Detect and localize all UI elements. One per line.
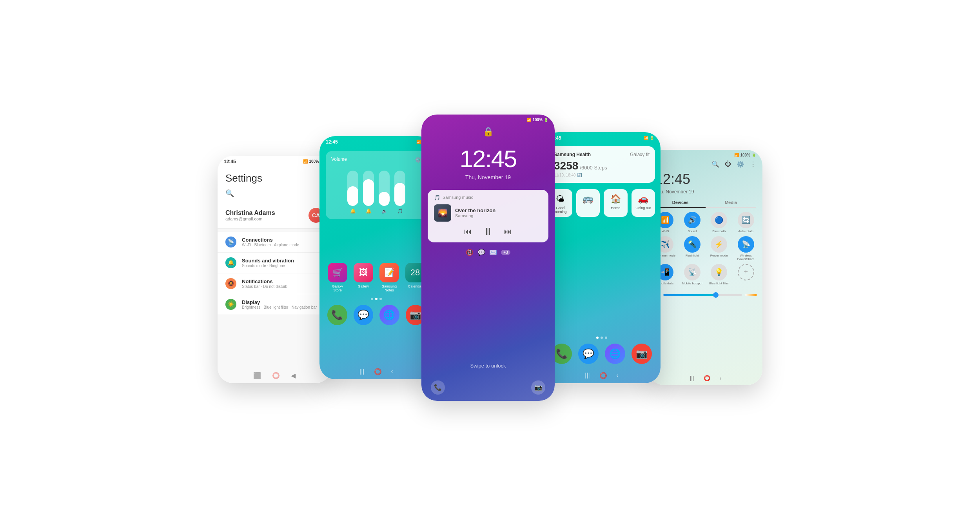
lock-time: 12:45 — [459, 145, 516, 173]
galaxy-store-icon: 🛒 — [328, 263, 347, 282]
health-timestamp: 11/19, 18:40 🔄 — [554, 173, 650, 177]
nav-recent-icon-2[interactable]: ||| — [359, 368, 364, 375]
camera-shortcut-button[interactable]: 📷 — [531, 380, 545, 395]
email-notif-icon: ✉️ — [489, 249, 497, 256]
phone-volume: 12:45 📶 🔋 Volume ⚙️ 🔔 — [319, 136, 433, 379]
bixby-going-out[interactable]: 🚗 Going out — [632, 189, 655, 217]
profile-name: Christina Adams — [225, 209, 309, 217]
settings-item-sounds[interactable]: 🔔 Sounds and vibration Sounds mode · Rin… — [218, 253, 331, 273]
wireless-share-icon: 📡 — [738, 236, 754, 253]
notifications-icon: 🔕 — [225, 278, 236, 289]
home-label: Home — [611, 206, 620, 210]
dot-2 — [375, 298, 377, 300]
health-dock-camera[interactable]: 📷 — [632, 344, 652, 364]
status-bar-1: 12:45 📶 100% 🔋 — [218, 156, 331, 166]
nav-recent-4[interactable]: ||| — [585, 372, 590, 379]
qs-autorotate[interactable]: 🔄 Auto rotate — [734, 212, 758, 233]
dock-internet-icon[interactable]: 🌐 — [379, 305, 399, 325]
going-out-label: Going out — [635, 206, 651, 210]
qs-add[interactable]: + — [734, 264, 758, 285]
nav-back-5[interactable]: ‹ — [720, 375, 722, 381]
qs-top-icons: 🔍 ⏻ ⚙️ ⋮ — [649, 159, 762, 169]
nav-home-icon[interactable]: ⭕ — [272, 372, 280, 379]
gallery-label: Gallery — [358, 284, 369, 288]
nav-recent-icon[interactable]: ◀ — [291, 372, 296, 379]
nav-back-icon[interactable]: ⬛ — [253, 372, 261, 379]
more-icon-qs[interactable]: ⋮ — [750, 160, 756, 168]
pause-button[interactable]: ⏸ — [483, 226, 493, 238]
tab-devices[interactable]: Devices — [655, 198, 706, 208]
nav-bar-5: ||| ⭕ ‹ — [649, 371, 762, 385]
phone-settings: 12:45 📶 100% 🔋 Settings 🔍 Christina Adam… — [218, 156, 331, 383]
app-gallery[interactable]: 🖼 Gallery — [353, 263, 374, 292]
dock-msg-icon[interactable]: 💬 — [354, 305, 374, 325]
next-button[interactable]: ⏭ — [504, 227, 512, 236]
brightness-row: 🔆 — [649, 291, 762, 299]
sounds-title: Sounds and vibration — [242, 258, 323, 264]
volume-screen: 12:45 📶 🔋 Volume ⚙️ 🔔 — [319, 136, 433, 379]
settings-profile[interactable]: Christina Adams adams@gmail.com CA — [218, 202, 331, 229]
settings-item-notifications[interactable]: 🔕 Notifications Status bar · Do not dist… — [218, 273, 331, 294]
app-notes[interactable]: 📝 Samsung Notes — [379, 263, 399, 292]
search-icon[interactable]: 🔍 — [225, 189, 234, 197]
qs-bluetooth[interactable]: 🔵 Bluetooth — [707, 212, 731, 233]
qs-wireless-share[interactable]: 📡 Wireless PowerShare — [734, 236, 758, 261]
chat-notif-icon: 💬 — [477, 249, 485, 256]
add-icon[interactable]: + — [738, 264, 754, 280]
settings-item-connections[interactable]: 📡 Connections Wi-Fi · Bluetooth · Airpla… — [218, 232, 331, 253]
tab-media[interactable]: Media — [706, 198, 756, 207]
lock-screen: 📶 100% 🔋 🔒 12:45 Thu, November 19 🎵 Sams… — [421, 115, 555, 401]
music-controls: ⏮ ⏸ ⏭ — [434, 226, 542, 238]
brightness-thumb — [713, 292, 719, 298]
qs-flashlight[interactable]: 🔦 Flashlight — [681, 236, 704, 261]
status-bar-5: 📶 100% 🔋 — [649, 150, 762, 159]
calendar-label: Calendar — [408, 284, 423, 288]
brightness-fill — [663, 294, 715, 296]
app-galaxy-store[interactable]: 🛒 Galaxy Store — [327, 263, 348, 292]
qs-tabs: Devices Media — [655, 198, 756, 208]
steps-row: 3258 /6000 Steps — [554, 160, 650, 172]
nav-back-4[interactable]: ‹ — [617, 372, 619, 379]
settings-search-row: 🔍 — [218, 187, 331, 202]
time-2: 12:45 — [326, 139, 338, 145]
nav-home-icon-2[interactable]: ⭕ — [374, 368, 382, 375]
qs-powermode[interactable]: ⚡ Power mode — [707, 236, 731, 261]
health-dock-msg[interactable]: 💬 — [578, 344, 599, 364]
commute-icon: 🚌 — [583, 194, 593, 204]
nav-back-icon-2[interactable]: ‹ — [391, 368, 393, 375]
lock-date: Thu, November 19 — [465, 174, 511, 180]
nav-recent-5[interactable]: ||| — [690, 375, 694, 381]
color-temp-slider[interactable] — [745, 294, 757, 296]
media-icon: 🔈 — [381, 208, 387, 214]
music-app-name: Samsung music — [443, 195, 473, 200]
hotspot-label: Mobile hotspot — [682, 282, 702, 285]
dock-phone-icon[interactable]: 📞 — [327, 305, 347, 325]
bixby-home[interactable]: 🏠 Home — [604, 189, 628, 217]
prev-button[interactable]: ⏮ — [464, 227, 472, 236]
bixby-commute[interactable]: 🚌 — [576, 189, 600, 217]
qs-bluelight[interactable]: 💡 Blue light filter — [707, 264, 731, 285]
phone-shortcut-button[interactable]: 📞 — [431, 380, 445, 395]
gear-icon[interactable]: ⚙️ — [415, 157, 421, 163]
health-card: Samsung Health Galaxy fit 3258 /6000 Ste… — [548, 146, 655, 183]
flashlight-icon: 🔦 — [684, 236, 701, 253]
brightness-slider[interactable] — [663, 294, 742, 296]
qs-sound[interactable]: 🔊 Sound — [681, 212, 704, 233]
profile-info: Christina Adams adams@gmail.com — [225, 209, 309, 221]
nav-home-4[interactable]: ⭕ — [599, 372, 607, 379]
powermode-icon: ⚡ — [711, 236, 727, 253]
settings-icon-qs[interactable]: ⚙️ — [737, 160, 744, 168]
search-icon-qs[interactable]: 🔍 — [711, 160, 719, 168]
bluelight-label: Blue light filter — [709, 282, 729, 285]
settings-item-display[interactable]: ☀️ Display Brightness · Blue light filte… — [218, 294, 331, 315]
nav-home-5[interactable]: ⭕ — [704, 375, 710, 381]
qs-hotspot[interactable]: 📡 Mobile hotspot — [681, 264, 704, 285]
health-screen: 12:45 📶 🔋 Samsung Health Galaxy fit 3258… — [543, 132, 661, 383]
connections-title: Connections — [242, 237, 323, 243]
power-icon-qs[interactable]: ⏻ — [725, 160, 731, 168]
sound-icon: 🔊 — [684, 212, 701, 228]
health-dots — [543, 335, 661, 340]
health-dock-internet[interactable]: 🌐 — [605, 344, 625, 364]
morning-icon: 🌤 — [556, 194, 564, 204]
qs-grid: 📶 Wi-Fi 🔊 Sound 🔵 Bluetooth 🔄 Auto rotat… — [649, 208, 762, 289]
